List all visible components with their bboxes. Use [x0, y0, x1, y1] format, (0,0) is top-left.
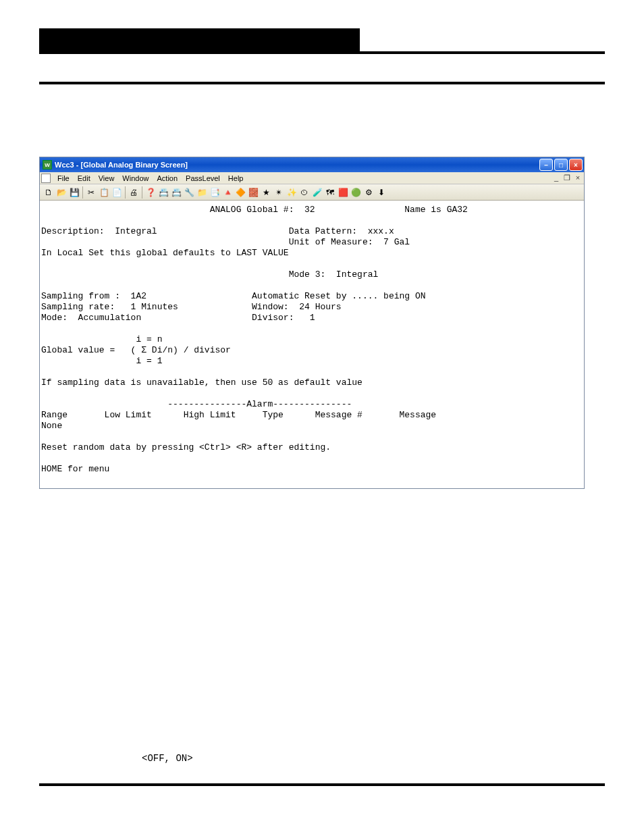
- content-area: ANALOG Global #: 32 Name is GA32 Descrip…: [40, 201, 584, 488]
- toolbar-button[interactable]: 🗺: [324, 186, 336, 199]
- toolbar-button[interactable]: ⏲: [298, 186, 311, 199]
- toolbar: 🗋📂💾✂📋📄🖨❓📇📇🔧📁📑🔺🔶🧱★✴✨⏲🧪🗺🟥🟢⚙⬇: [40, 184, 584, 201]
- toolbar-separator: [82, 186, 83, 199]
- mdi-controls: _ ❐ ×: [552, 174, 584, 182]
- toolbar-separator: [125, 186, 126, 199]
- menubar: File Edit View Window Action PassLevel H…: [40, 172, 584, 184]
- toolbar-button[interactable]: 🟥: [337, 186, 349, 199]
- toolbar-button[interactable]: ⬇: [375, 186, 387, 199]
- divider-top-1: [39, 51, 605, 54]
- toolbar-button[interactable]: 🟢: [350, 186, 362, 199]
- toolbar-button[interactable]: 📇: [157, 186, 169, 199]
- toolbar-button[interactable]: 📇: [170, 186, 182, 199]
- close-button[interactable]: ×: [569, 159, 583, 171]
- toolbar-button[interactable]: 📋: [98, 186, 110, 199]
- toolbar-button[interactable]: ★: [260, 186, 272, 199]
- minimize-button[interactable]: –: [539, 159, 553, 171]
- toolbar-button[interactable]: 🔧: [183, 186, 195, 199]
- toolbar-button[interactable]: 📑: [209, 186, 221, 199]
- toolbar-button[interactable]: 🧪: [311, 186, 323, 199]
- toolbar-button[interactable]: 🗋: [43, 186, 55, 199]
- mdi-close-button[interactable]: ×: [573, 174, 583, 182]
- toolbar-button[interactable]: 💾: [68, 186, 80, 199]
- app-window: W Wcc3 - [Global Analog Binary Screen] –…: [39, 157, 585, 489]
- toolbar-button[interactable]: 🔺: [221, 186, 234, 199]
- menu-help[interactable]: Help: [224, 174, 248, 182]
- document-icon: [41, 174, 51, 183]
- window-title: Wcc3 - [Global Analog Binary Screen]: [55, 161, 188, 169]
- mdi-restore-button[interactable]: ❐: [562, 174, 572, 182]
- header-black-block: [39, 28, 360, 51]
- menu-edit[interactable]: Edit: [74, 174, 95, 182]
- maximize-button[interactable]: □: [554, 159, 568, 171]
- toolbar-button[interactable]: 🖨: [128, 186, 140, 199]
- menu-passlevel[interactable]: PassLevel: [182, 174, 224, 182]
- toolbar-button[interactable]: 🧱: [247, 186, 259, 199]
- menu-action[interactable]: Action: [153, 174, 182, 182]
- menu-window[interactable]: Window: [118, 174, 153, 182]
- toolbar-button[interactable]: ✂: [85, 186, 97, 199]
- toolbar-button[interactable]: ⚙: [363, 186, 375, 199]
- off-on-note: <OFF, ON>: [142, 753, 193, 764]
- menu-file[interactable]: File: [53, 174, 74, 182]
- menu-view[interactable]: View: [95, 174, 119, 182]
- toolbar-button[interactable]: 📁: [196, 186, 208, 199]
- divider-bottom: [39, 783, 605, 786]
- toolbar-button[interactable]: ❓: [144, 186, 157, 199]
- mdi-minimize-button[interactable]: _: [552, 174, 561, 182]
- toolbar-button[interactable]: 📄: [111, 186, 123, 199]
- toolbar-button[interactable]: 📂: [55, 186, 68, 199]
- toolbar-button[interactable]: 🔶: [234, 186, 246, 199]
- app-icon: W: [43, 160, 52, 170]
- toolbar-button[interactable]: ✴: [273, 186, 285, 199]
- titlebar: W Wcc3 - [Global Analog Binary Screen] –…: [40, 157, 584, 172]
- toolbar-button[interactable]: ✨: [286, 186, 298, 199]
- divider-top-2: [39, 82, 605, 84]
- toolbar-separator: [142, 186, 142, 199]
